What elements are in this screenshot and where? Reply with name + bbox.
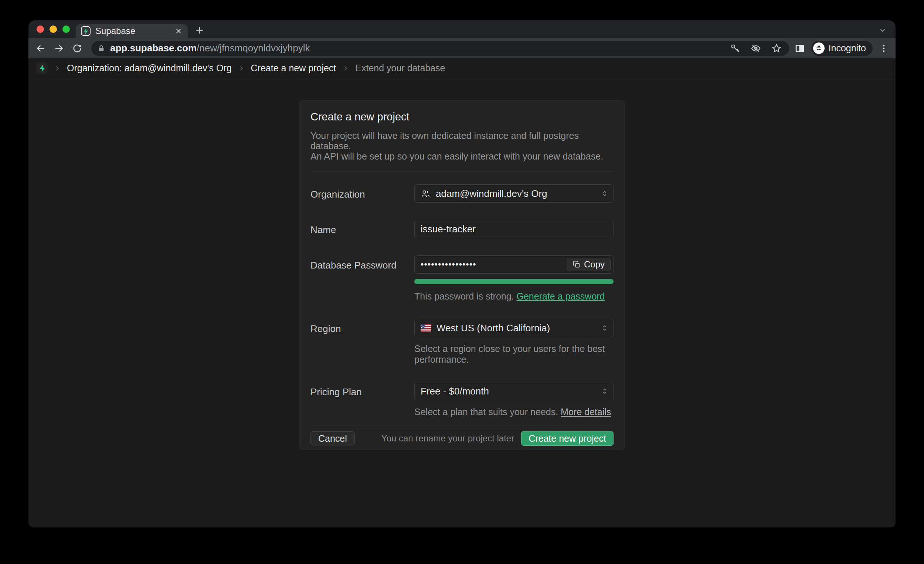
browser-window: Supabase app.supabase.com/new/jfnsmqoynl… [28,20,896,527]
page-title: Create a new project [310,111,614,123]
region-value: West US (North California) [436,322,550,334]
copy-icon [573,260,580,269]
organization-row: Organization adam@windmill.dev's Org [310,184,614,203]
generate-password-link[interactable]: Generate a password [517,291,605,301]
password-row: Database Password Copy This password is … [310,255,614,302]
name-input[interactable] [414,220,614,238]
breadcrumb-chevron-icon [238,64,245,72]
reload-icon[interactable] [72,43,82,54]
breadcrumb: Organization: adam@windmill.dev's Org Cr… [28,58,896,78]
incognito-badge: Incognito [811,41,873,56]
breadcrumb-chevron-icon [54,64,61,72]
us-flag-icon [421,324,431,332]
create-project-card: Create a new project Your project will h… [299,100,625,450]
eye-off-icon[interactable] [751,43,761,54]
url-domain: app.supabase.com [110,42,196,54]
breadcrumb-organization[interactable]: Organization: adam@windmill.dev's Org [67,63,232,73]
select-chevrons-icon [601,324,609,332]
region-helper-text: Select a region close to your users for … [414,344,614,365]
close-window-button[interactable] [37,25,44,33]
select-chevrons-icon [601,387,609,395]
bookmark-star-icon[interactable] [771,43,782,54]
new-tab-button[interactable] [194,25,205,36]
page-description: Your project will have its own dedicated… [310,130,614,162]
create-new-project-button[interactable]: Create new project [521,431,614,446]
rename-hint-text: You can rename your project later [381,433,514,444]
pricing-helper: Select a plan that suits your needs. [414,407,558,417]
browser-toolbar: app.supabase.com/new/jfnsmqoynldvxjyhpyl… [28,38,896,58]
organization-label: Organization [310,184,414,203]
organization-value: adam@windmill.dev's Org [436,188,548,199]
browser-menu-icon[interactable] [879,43,889,54]
url-text: app.supabase.com/new/jfnsmqoynldvxjyhpyl… [110,42,730,54]
page-content: Create a new project Your project will h… [28,100,896,527]
password-label: Database Password [310,255,414,302]
breadcrumb-extend-database: Extend your database [355,63,445,73]
tab-search-chevron-icon[interactable] [879,26,886,34]
breadcrumb-chevron-icon [342,64,349,72]
pricing-label: Pricing Plan [310,382,414,417]
region-select[interactable]: West US (North California) [414,319,614,337]
region-label: Region [310,319,414,365]
close-tab-icon[interactable] [174,27,183,35]
password-key-icon[interactable] [730,43,740,54]
card-header: Create a new project Your project will h… [310,100,614,172]
password-strength-bar [414,279,614,284]
name-label: Name [310,220,414,238]
tab-strip: Supabase [28,20,896,38]
password-strength-text: This password is strong. [414,291,514,301]
password-note: This password is strong. Generate a pass… [414,291,614,302]
url-path: /new/jfnsmqoynldvxjyhpylk [196,42,310,54]
lock-icon [97,44,105,52]
copy-button-label: Copy [584,259,604,269]
minimize-window-button[interactable] [50,25,57,33]
organization-select[interactable]: adam@windmill.dev's Org [414,184,614,203]
name-row: Name [310,220,614,238]
pricing-row: Pricing Plan Free - $0/month Select a pl… [310,382,614,417]
pricing-helper-text: Select a plan that suits your needs. Mor… [414,407,614,417]
pricing-select[interactable]: Free - $0/month [414,382,614,400]
select-chevrons-icon [601,190,609,197]
card-footer: Cancel You can rename your project later… [310,425,614,449]
description-line-1: Your project will have its own dedicated… [310,130,614,151]
side-panel-icon[interactable] [794,43,806,54]
more-details-link[interactable]: More details [561,407,611,417]
incognito-icon [813,42,825,54]
breadcrumb-create-project[interactable]: Create a new project [251,63,336,73]
cancel-button[interactable]: Cancel [310,431,355,446]
address-bar[interactable]: app.supabase.com/new/jfnsmqoynldvxjyhpyl… [91,41,789,56]
copy-password-button[interactable]: Copy [567,258,610,271]
pricing-value: Free - $0/month [421,386,489,397]
tab-title: Supabase [95,26,174,36]
forward-icon[interactable] [54,43,64,54]
zoom-window-button[interactable] [63,25,70,33]
window-controls [37,25,70,33]
supabase-logo-icon[interactable] [36,63,48,74]
users-icon [421,189,430,199]
region-row: Region West US (North California) Select… [310,319,614,365]
browser-tab[interactable]: Supabase [76,24,188,38]
description-line-2: An API will be set up so you can easily … [310,151,614,162]
supabase-favicon-icon [81,26,90,36]
back-icon[interactable] [35,43,46,54]
incognito-label: Incognito [829,43,866,54]
